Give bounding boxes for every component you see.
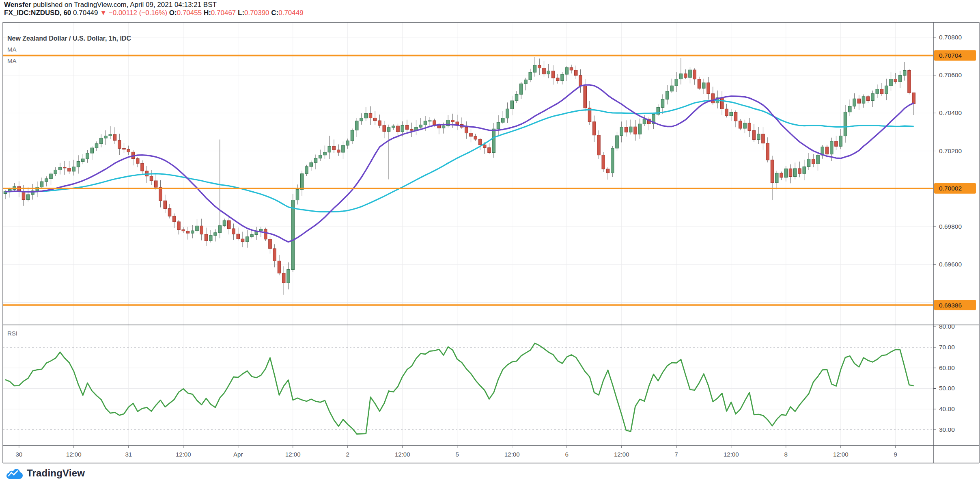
time-axis-label[interactable]: 5	[456, 451, 459, 458]
ma-legend-2[interactable]: MA	[7, 57, 17, 64]
candle-up	[620, 127, 623, 136]
candle-down	[606, 169, 610, 173]
time-axis-label[interactable]: 12:00	[176, 451, 191, 458]
time-axis-label[interactable]: 31	[125, 451, 132, 458]
candle-down	[912, 93, 915, 104]
candle-up	[898, 76, 902, 82]
candle-down	[739, 121, 742, 128]
candle-up	[565, 67, 569, 74]
candle-down	[237, 234, 240, 239]
candle-up	[109, 134, 112, 136]
time-axis-label[interactable]: 12:00	[504, 451, 520, 458]
candle-down	[141, 163, 144, 171]
price-axis-label[interactable]: 0.70600	[939, 71, 962, 78]
rsi-axis-label[interactable]: 70.00	[939, 344, 955, 351]
candle-up	[209, 236, 213, 241]
time-axis-label[interactable]: 6	[565, 451, 569, 458]
time-axis-label[interactable]: 12:00	[833, 451, 849, 458]
candle-up	[730, 112, 733, 116]
candle-down	[264, 229, 267, 239]
candle-up	[743, 123, 747, 128]
candle-down	[867, 97, 870, 101]
candle-up	[392, 126, 395, 128]
rsi-axis-label[interactable]: 60.00	[939, 364, 955, 371]
candle-up	[218, 225, 222, 232]
candle-down	[383, 126, 386, 132]
time-axis-label[interactable]: 12:00	[724, 451, 739, 458]
ma-legend-1[interactable]: MA	[7, 46, 17, 53]
price-axis-label[interactable]: 0.69600	[939, 261, 962, 268]
rsi-axis-label[interactable]: 50.00	[939, 385, 955, 392]
time-axis-label[interactable]: 12:00	[285, 451, 301, 458]
candle-up	[328, 146, 331, 152]
candle-down	[762, 134, 765, 143]
candle-down	[155, 181, 158, 187]
rsi-axis-label[interactable]: 80.00	[939, 323, 955, 330]
candle-down	[127, 149, 130, 152]
candle-up	[849, 106, 852, 112]
candle-up	[424, 121, 427, 125]
candle-up	[364, 113, 368, 118]
candle-up	[250, 235, 254, 237]
candle-down	[698, 79, 701, 89]
candle-up	[342, 145, 345, 152]
candle-down	[374, 118, 377, 121]
candle-down	[269, 239, 272, 249]
candle-up	[259, 229, 263, 231]
time-axis-label[interactable]: Apr	[233, 451, 243, 458]
candle-down	[857, 99, 861, 103]
candle-down	[880, 89, 883, 94]
candle-up	[429, 121, 432, 121]
rsi-legend[interactable]: RSI	[7, 330, 17, 337]
candle-up	[223, 221, 226, 225]
candle-down	[470, 133, 473, 136]
candle-up	[323, 152, 327, 155]
time-axis-label[interactable]: 7	[675, 451, 678, 458]
candle-up	[77, 162, 80, 167]
time-axis-label[interactable]: 9	[894, 451, 897, 458]
candle-up	[876, 89, 879, 94]
price-chart-canvas[interactable]: 3012:003112:00Apr12:00212:00512:00612:00…	[0, 0, 980, 487]
candle-down	[232, 229, 235, 234]
candle-up	[314, 158, 317, 163]
candle-down	[543, 68, 546, 74]
price-axis-label[interactable]: 0.69800	[939, 223, 962, 230]
candle-down	[748, 123, 751, 130]
candle-down	[575, 70, 578, 76]
time-axis-label[interactable]: 2	[346, 451, 349, 458]
time-axis-label[interactable]: 12:00	[614, 451, 629, 458]
candle-up	[305, 167, 308, 174]
tradingview-footer[interactable]: TradingView	[5, 467, 85, 479]
time-axis-label[interactable]: 12:00	[66, 451, 82, 458]
candle-down	[228, 221, 231, 229]
candle-down	[337, 150, 340, 152]
candle-down	[752, 130, 756, 139]
candle-up	[803, 167, 806, 173]
price-axis-label[interactable]: 0.70400	[939, 109, 962, 116]
price-axis-label[interactable]: 0.70800	[939, 34, 962, 41]
price-axis-label[interactable]: 0.70200	[939, 147, 962, 154]
candle-up	[830, 141, 834, 154]
time-axis-label[interactable]: 8	[784, 451, 788, 458]
candle-down	[725, 109, 728, 116]
candle-up	[661, 99, 664, 107]
candle-down	[478, 139, 482, 145]
candle-up	[419, 125, 422, 127]
time-axis-label[interactable]: 30	[15, 451, 22, 458]
candle-down	[369, 113, 372, 118]
candle-down	[159, 187, 162, 201]
candle-up	[784, 169, 788, 177]
candle-up	[442, 126, 445, 128]
candle-down	[780, 173, 783, 177]
candle-up	[533, 65, 536, 72]
time-axis-label[interactable]: 12:00	[395, 451, 410, 458]
alert-price-badge-label: 0.69386	[939, 302, 962, 309]
alert-price-badge-label: 0.70002	[939, 185, 962, 192]
candle-down	[625, 127, 628, 132]
candle-down	[456, 122, 459, 124]
candle-up	[82, 159, 85, 161]
candle-down	[68, 168, 71, 171]
rsi-axis-label[interactable]: 30.00	[939, 426, 955, 433]
rsi-axis-label[interactable]: 40.00	[939, 405, 955, 412]
candle-up	[319, 155, 322, 158]
